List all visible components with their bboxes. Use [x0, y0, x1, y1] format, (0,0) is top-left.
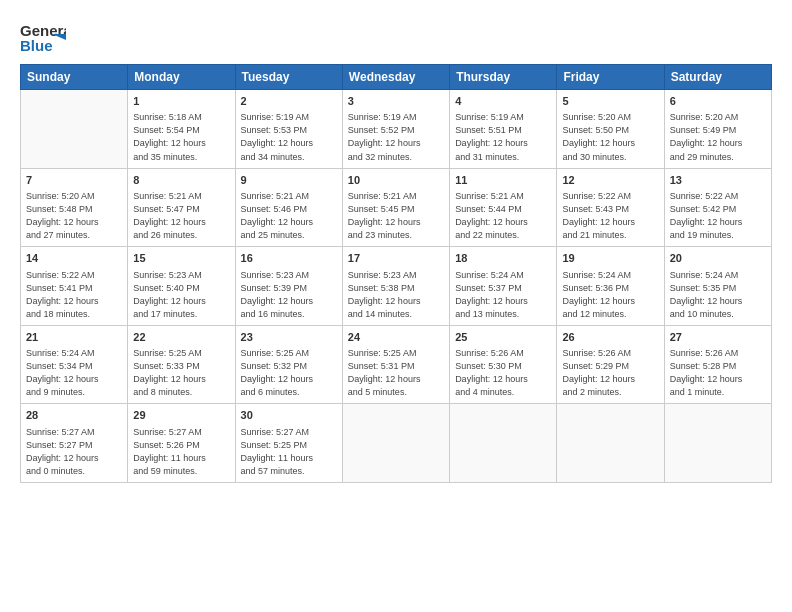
calendar-cell: 22Sunrise: 5:25 AM Sunset: 5:33 PM Dayli…: [128, 325, 235, 404]
day-number: 30: [241, 408, 337, 423]
day-info: Sunrise: 5:24 AM Sunset: 5:34 PM Dayligh…: [26, 347, 122, 399]
day-info: Sunrise: 5:22 AM Sunset: 5:43 PM Dayligh…: [562, 190, 658, 242]
header-day: Monday: [128, 65, 235, 90]
day-info: Sunrise: 5:25 AM Sunset: 5:31 PM Dayligh…: [348, 347, 444, 399]
day-info: Sunrise: 5:23 AM Sunset: 5:39 PM Dayligh…: [241, 269, 337, 321]
day-number: 8: [133, 173, 229, 188]
header-day: Sunday: [21, 65, 128, 90]
header: GeneralBlue: [20, 16, 772, 56]
calendar-cell: 3Sunrise: 5:19 AM Sunset: 5:52 PM Daylig…: [342, 90, 449, 169]
day-number: 23: [241, 330, 337, 345]
calendar-cell: 24Sunrise: 5:25 AM Sunset: 5:31 PM Dayli…: [342, 325, 449, 404]
calendar-cell: 12Sunrise: 5:22 AM Sunset: 5:43 PM Dayli…: [557, 168, 664, 247]
day-number: 25: [455, 330, 551, 345]
calendar-cell: 26Sunrise: 5:26 AM Sunset: 5:29 PM Dayli…: [557, 325, 664, 404]
day-number: 4: [455, 94, 551, 109]
day-info: Sunrise: 5:19 AM Sunset: 5:53 PM Dayligh…: [241, 111, 337, 163]
day-info: Sunrise: 5:21 AM Sunset: 5:47 PM Dayligh…: [133, 190, 229, 242]
day-number: 21: [26, 330, 122, 345]
day-info: Sunrise: 5:21 AM Sunset: 5:45 PM Dayligh…: [348, 190, 444, 242]
calendar-cell: 1Sunrise: 5:18 AM Sunset: 5:54 PM Daylig…: [128, 90, 235, 169]
day-info: Sunrise: 5:27 AM Sunset: 5:26 PM Dayligh…: [133, 426, 229, 478]
calendar-cell: 23Sunrise: 5:25 AM Sunset: 5:32 PM Dayli…: [235, 325, 342, 404]
calendar-cell: 14Sunrise: 5:22 AM Sunset: 5:41 PM Dayli…: [21, 247, 128, 326]
day-number: 19: [562, 251, 658, 266]
day-info: Sunrise: 5:25 AM Sunset: 5:32 PM Dayligh…: [241, 347, 337, 399]
calendar-cell: 17Sunrise: 5:23 AM Sunset: 5:38 PM Dayli…: [342, 247, 449, 326]
day-number: 20: [670, 251, 766, 266]
calendar-row: 28Sunrise: 5:27 AM Sunset: 5:27 PM Dayli…: [21, 404, 772, 483]
calendar-header: SundayMondayTuesdayWednesdayThursdayFrid…: [21, 65, 772, 90]
day-info: Sunrise: 5:23 AM Sunset: 5:38 PM Dayligh…: [348, 269, 444, 321]
calendar-row: 1Sunrise: 5:18 AM Sunset: 5:54 PM Daylig…: [21, 90, 772, 169]
day-info: Sunrise: 5:23 AM Sunset: 5:40 PM Dayligh…: [133, 269, 229, 321]
header-day: Saturday: [664, 65, 771, 90]
day-number: 14: [26, 251, 122, 266]
day-number: 17: [348, 251, 444, 266]
calendar-cell: 16Sunrise: 5:23 AM Sunset: 5:39 PM Dayli…: [235, 247, 342, 326]
day-info: Sunrise: 5:19 AM Sunset: 5:51 PM Dayligh…: [455, 111, 551, 163]
day-info: Sunrise: 5:18 AM Sunset: 5:54 PM Dayligh…: [133, 111, 229, 163]
day-number: 9: [241, 173, 337, 188]
calendar-cell: 29Sunrise: 5:27 AM Sunset: 5:26 PM Dayli…: [128, 404, 235, 483]
calendar-cell: [342, 404, 449, 483]
day-info: Sunrise: 5:22 AM Sunset: 5:42 PM Dayligh…: [670, 190, 766, 242]
calendar-row: 7Sunrise: 5:20 AM Sunset: 5:48 PM Daylig…: [21, 168, 772, 247]
header-row: SundayMondayTuesdayWednesdayThursdayFrid…: [21, 65, 772, 90]
day-info: Sunrise: 5:19 AM Sunset: 5:52 PM Dayligh…: [348, 111, 444, 163]
day-number: 12: [562, 173, 658, 188]
calendar-cell: 9Sunrise: 5:21 AM Sunset: 5:46 PM Daylig…: [235, 168, 342, 247]
day-number: 11: [455, 173, 551, 188]
calendar-cell: 11Sunrise: 5:21 AM Sunset: 5:44 PM Dayli…: [450, 168, 557, 247]
day-number: 28: [26, 408, 122, 423]
day-info: Sunrise: 5:25 AM Sunset: 5:33 PM Dayligh…: [133, 347, 229, 399]
day-info: Sunrise: 5:27 AM Sunset: 5:25 PM Dayligh…: [241, 426, 337, 478]
day-number: 13: [670, 173, 766, 188]
calendar-cell: 25Sunrise: 5:26 AM Sunset: 5:30 PM Dayli…: [450, 325, 557, 404]
day-info: Sunrise: 5:26 AM Sunset: 5:30 PM Dayligh…: [455, 347, 551, 399]
day-info: Sunrise: 5:26 AM Sunset: 5:28 PM Dayligh…: [670, 347, 766, 399]
day-number: 18: [455, 251, 551, 266]
logo-svg: GeneralBlue: [20, 20, 66, 56]
calendar-cell: 2Sunrise: 5:19 AM Sunset: 5:53 PM Daylig…: [235, 90, 342, 169]
day-number: 1: [133, 94, 229, 109]
page: GeneralBlue SundayMondayTuesdayWednesday…: [0, 0, 792, 612]
calendar-cell: 10Sunrise: 5:21 AM Sunset: 5:45 PM Dayli…: [342, 168, 449, 247]
day-info: Sunrise: 5:21 AM Sunset: 5:46 PM Dayligh…: [241, 190, 337, 242]
day-number: 29: [133, 408, 229, 423]
calendar-cell: 20Sunrise: 5:24 AM Sunset: 5:35 PM Dayli…: [664, 247, 771, 326]
day-number: 22: [133, 330, 229, 345]
day-info: Sunrise: 5:27 AM Sunset: 5:27 PM Dayligh…: [26, 426, 122, 478]
day-info: Sunrise: 5:20 AM Sunset: 5:50 PM Dayligh…: [562, 111, 658, 163]
day-number: 6: [670, 94, 766, 109]
day-number: 16: [241, 251, 337, 266]
calendar-cell: 15Sunrise: 5:23 AM Sunset: 5:40 PM Dayli…: [128, 247, 235, 326]
day-number: 3: [348, 94, 444, 109]
calendar-cell: 4Sunrise: 5:19 AM Sunset: 5:51 PM Daylig…: [450, 90, 557, 169]
day-number: 5: [562, 94, 658, 109]
calendar-cell: 13Sunrise: 5:22 AM Sunset: 5:42 PM Dayli…: [664, 168, 771, 247]
day-info: Sunrise: 5:21 AM Sunset: 5:44 PM Dayligh…: [455, 190, 551, 242]
calendar-body: 1Sunrise: 5:18 AM Sunset: 5:54 PM Daylig…: [21, 90, 772, 483]
calendar-table: SundayMondayTuesdayWednesdayThursdayFrid…: [20, 64, 772, 483]
calendar-cell: 30Sunrise: 5:27 AM Sunset: 5:25 PM Dayli…: [235, 404, 342, 483]
day-info: Sunrise: 5:22 AM Sunset: 5:41 PM Dayligh…: [26, 269, 122, 321]
day-info: Sunrise: 5:26 AM Sunset: 5:29 PM Dayligh…: [562, 347, 658, 399]
day-info: Sunrise: 5:20 AM Sunset: 5:48 PM Dayligh…: [26, 190, 122, 242]
calendar-cell: 6Sunrise: 5:20 AM Sunset: 5:49 PM Daylig…: [664, 90, 771, 169]
day-number: 15: [133, 251, 229, 266]
day-number: 27: [670, 330, 766, 345]
logo: GeneralBlue: [20, 20, 66, 56]
day-number: 2: [241, 94, 337, 109]
calendar-cell: [557, 404, 664, 483]
calendar-cell: 7Sunrise: 5:20 AM Sunset: 5:48 PM Daylig…: [21, 168, 128, 247]
calendar-cell: 28Sunrise: 5:27 AM Sunset: 5:27 PM Dayli…: [21, 404, 128, 483]
day-number: 10: [348, 173, 444, 188]
day-info: Sunrise: 5:20 AM Sunset: 5:49 PM Dayligh…: [670, 111, 766, 163]
calendar-cell: 8Sunrise: 5:21 AM Sunset: 5:47 PM Daylig…: [128, 168, 235, 247]
calendar-cell: [21, 90, 128, 169]
day-number: 7: [26, 173, 122, 188]
svg-text:Blue: Blue: [20, 37, 53, 54]
day-info: Sunrise: 5:24 AM Sunset: 5:35 PM Dayligh…: [670, 269, 766, 321]
day-info: Sunrise: 5:24 AM Sunset: 5:37 PM Dayligh…: [455, 269, 551, 321]
